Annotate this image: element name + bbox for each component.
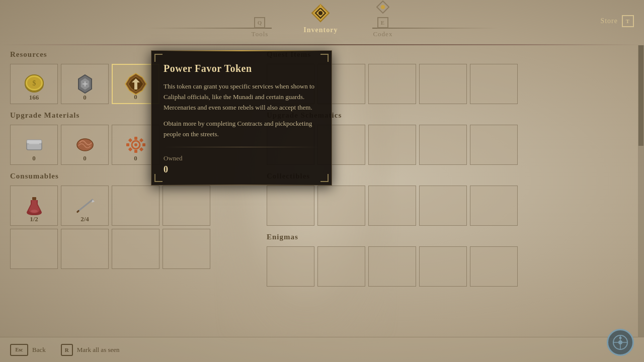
- enigma-slot-3[interactable]: [368, 246, 416, 287]
- item-empty-1[interactable]: [112, 186, 159, 226]
- svg-point-5: [381, 5, 385, 9]
- back-label: Back: [32, 346, 46, 354]
- svg-point-40: [619, 337, 622, 339]
- potion-count: 1/2: [30, 215, 38, 223]
- svg-rect-31: [32, 197, 36, 200]
- badge-icon: [71, 71, 99, 97]
- item-empty-5[interactable]: [112, 229, 159, 269]
- leather-count: 0: [83, 154, 87, 162]
- ingot-count: 0: [32, 154, 36, 162]
- corner-decoration-bl: [154, 174, 163, 182]
- schematic-slot-4[interactable]: [419, 125, 467, 165]
- collectible-slot-1[interactable]: [267, 186, 314, 226]
- svg-rect-26: [142, 143, 145, 146]
- enigma-slot-5[interactable]: [470, 246, 518, 287]
- item-ingot[interactable]: 0: [10, 125, 58, 165]
- svg-rect-29: [128, 147, 132, 151]
- item-empty-3[interactable]: [10, 229, 58, 269]
- nav-item-tools[interactable]: Q Tools: [242, 14, 279, 41]
- logo-icon: [612, 334, 629, 351]
- mark-all-action[interactable]: R Mark all as seen: [61, 344, 120, 356]
- enigma-slot-1[interactable]: [267, 246, 314, 287]
- corner-decoration-tl: [154, 54, 163, 62]
- svg-point-2: [318, 11, 323, 15]
- enigma-slot-4[interactable]: [419, 246, 467, 287]
- token-count: 0: [134, 93, 137, 101]
- tooltip-title: Power Favor Token: [164, 63, 319, 74]
- badge-count: 0: [83, 94, 87, 102]
- mark-key-hint: R: [61, 344, 73, 356]
- coins-icon: $: [20, 71, 48, 97]
- svg-rect-24: [134, 150, 137, 153]
- collectibles-grid: [267, 186, 634, 226]
- bottom-bar: Esc Back R Mark all as seen: [0, 337, 644, 362]
- quest-slot-5[interactable]: [470, 64, 518, 104]
- codex-icon: [376, 0, 390, 14]
- potion-icon: [20, 193, 48, 218]
- codex-key-hint: E: [377, 17, 388, 28]
- svg-rect-30: [139, 147, 143, 151]
- corner-decoration-tr: [320, 54, 329, 62]
- svg-text:$: $: [32, 79, 36, 87]
- svg-rect-27: [128, 138, 132, 142]
- svg-line-33: [77, 200, 93, 212]
- item-empty-4[interactable]: [61, 229, 109, 269]
- scrollbar[interactable]: [638, 45, 644, 337]
- schematic-slot-3[interactable]: [368, 125, 416, 165]
- section-title-enigmas: Enigmas: [267, 233, 634, 241]
- svg-point-32: [31, 210, 38, 213]
- mark-all-label: Mark all as seen: [77, 346, 120, 354]
- item-empty-2[interactable]: [163, 186, 210, 226]
- collectible-slot-3[interactable]: [368, 186, 416, 226]
- store-label: Store: [600, 17, 618, 25]
- coins-count: 166: [29, 94, 39, 102]
- leather-icon: [71, 132, 99, 157]
- enigma-slot-2[interactable]: [317, 246, 365, 287]
- tooltip-owned-value: 0: [164, 164, 319, 175]
- tools-label: Tools: [252, 30, 269, 38]
- tooltip-description-1: This token can grant you specific servic…: [164, 81, 319, 113]
- codex-label: Codex: [373, 30, 392, 38]
- gear-count: 0: [134, 154, 137, 162]
- corner-decoration-br: [320, 174, 329, 182]
- collectible-slot-2[interactable]: [317, 186, 365, 226]
- top-navigation: Q Tools Inventory E Codex: [0, 0, 644, 45]
- schematic-slot-5[interactable]: [470, 125, 518, 165]
- nav-separator: [0, 44, 644, 45]
- back-action[interactable]: Esc Back: [10, 344, 46, 356]
- logo-bottom-right: [607, 329, 634, 356]
- tooltip-owned-label: Owned: [164, 154, 319, 162]
- ingot-icon: [20, 132, 48, 157]
- consumables-grid: 1/2 2/4: [10, 186, 252, 269]
- item-potion[interactable]: 1/2: [10, 186, 58, 226]
- scrollbar-thumb[interactable]: [638, 45, 643, 146]
- knife-count: 2/4: [80, 215, 89, 223]
- nav-item-inventory[interactable]: Inventory: [293, 0, 348, 37]
- item-leather[interactable]: 0: [61, 125, 109, 165]
- inventory-icon: [310, 3, 331, 23]
- quest-slot-4[interactable]: [419, 64, 467, 104]
- item-tooltip: Power Favor Token This token can grant y…: [151, 50, 332, 186]
- svg-rect-18: [27, 140, 42, 144]
- item-knife[interactable]: 2/4: [61, 186, 109, 226]
- svg-rect-23: [134, 137, 137, 140]
- quest-slot-3[interactable]: [368, 64, 416, 104]
- item-coins[interactable]: $ 166: [10, 64, 58, 104]
- knife-icon: [71, 193, 99, 218]
- tools-key-hint: Q: [254, 17, 265, 28]
- store-key-hint: T: [622, 15, 634, 27]
- collectible-slot-4[interactable]: [419, 186, 467, 226]
- item-empty-6[interactable]: [163, 229, 210, 269]
- svg-point-22: [134, 143, 137, 146]
- item-badge[interactable]: 0: [61, 64, 109, 104]
- svg-point-39: [618, 340, 622, 344]
- collectible-slot-5[interactable]: [470, 186, 518, 226]
- svg-rect-28: [139, 138, 143, 142]
- gear-icon: [122, 132, 149, 157]
- nav-item-codex[interactable]: E Codex: [363, 0, 403, 41]
- store-button[interactable]: Store T: [600, 15, 634, 27]
- back-key-hint: Esc: [10, 344, 28, 356]
- tooltip-divider: [164, 147, 319, 147]
- enigmas-grid: [267, 246, 634, 287]
- inventory-label: Inventory: [303, 26, 338, 34]
